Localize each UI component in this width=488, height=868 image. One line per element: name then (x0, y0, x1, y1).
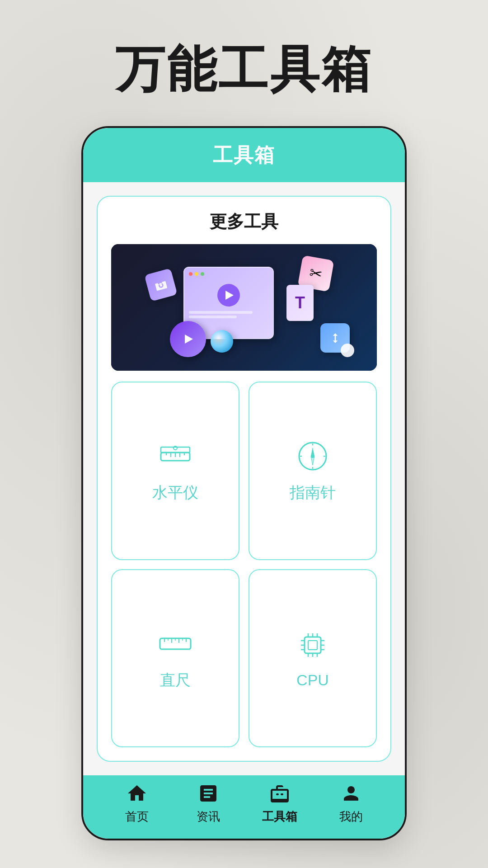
tab-bar: 首页 资讯 工具箱 (83, 775, 405, 839)
phone-frame: 工具箱 更多工具 (81, 126, 407, 840)
tab-news[interactable]: 资讯 (186, 781, 231, 825)
tab-toolbox[interactable]: 工具箱 (257, 781, 302, 825)
tools-grid: 水平仪 (111, 382, 377, 747)
home-icon (124, 781, 150, 806)
ruler-label: 直尺 (160, 670, 191, 691)
tab-profile-label: 我的 (339, 809, 363, 825)
phone-content: 更多工具 (83, 182, 405, 775)
screen-dots (189, 272, 268, 276)
svg-rect-22 (305, 637, 321, 653)
cpu-label: CPU (296, 671, 329, 689)
news-icon (196, 781, 221, 806)
svg-rect-36 (276, 793, 279, 795)
svg-point-9 (311, 454, 314, 458)
tab-toolbox-label: 工具箱 (262, 809, 297, 825)
white-circle-3d (341, 344, 354, 357)
play-triangle (225, 291, 234, 300)
text-icon-3d: T (286, 285, 314, 321)
tab-profile[interactable]: 我的 (328, 781, 374, 825)
video-play (185, 335, 193, 344)
promo-banner[interactable]: ✂ T (111, 244, 377, 371)
tab-home-label: 首页 (125, 809, 149, 825)
dot-green (201, 272, 204, 276)
tool-level[interactable]: 水平仪 (111, 382, 239, 560)
tools-card: 更多工具 (97, 196, 391, 762)
tool-ruler[interactable]: 直尺 (111, 569, 239, 748)
camera-icon-3d (144, 268, 177, 301)
tools-card-title: 更多工具 (111, 210, 377, 233)
sphere-3d (211, 330, 233, 353)
tool-compass[interactable]: 指南针 (249, 382, 377, 560)
svg-rect-37 (281, 793, 283, 795)
promo-inner: ✂ T (111, 244, 377, 371)
line-1 (189, 311, 253, 314)
dot-red (189, 272, 192, 276)
compass-icon (295, 438, 331, 474)
tab-news-label: 资讯 (197, 809, 220, 825)
cpu-icon (295, 627, 331, 663)
svg-rect-23 (308, 641, 317, 650)
video-icon-3d (170, 321, 206, 357)
tool-cpu[interactable]: CPU (249, 569, 377, 748)
app-header: 工具箱 (83, 128, 405, 182)
toolbox-icon (267, 781, 292, 806)
screen-lines (189, 311, 268, 318)
page-title: 万能工具箱 (115, 36, 373, 104)
tab-home[interactable]: 首页 (114, 781, 160, 825)
dot-yellow (195, 272, 198, 276)
ruler-icon (157, 626, 193, 662)
profile-icon (338, 781, 364, 806)
play-button-3d (217, 284, 240, 307)
level-label: 水平仪 (152, 482, 198, 503)
compass-label: 指南针 (290, 482, 336, 503)
line-2 (189, 316, 237, 318)
header-title: 工具箱 (213, 142, 275, 169)
level-icon (157, 438, 193, 474)
